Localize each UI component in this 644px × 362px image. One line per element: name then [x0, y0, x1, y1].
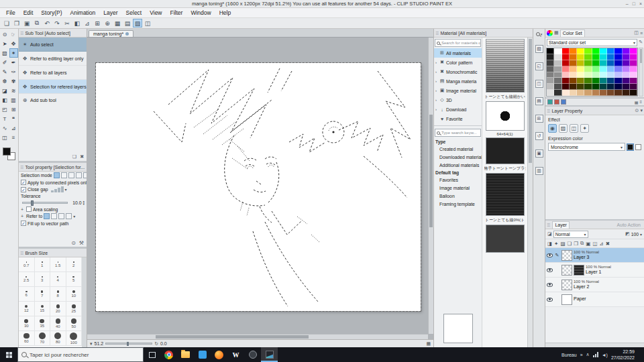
- tolerance-value[interactable]: 10.0: [70, 200, 81, 205]
- color-swatch[interactable]: [554, 54, 561, 60]
- brush-size-cell[interactable]: 100: [66, 331, 83, 346]
- color-swatch[interactable]: [600, 90, 607, 96]
- new-layer-icon[interactable]: ❏: [567, 241, 572, 247]
- layer-row-layer3[interactable]: ✎ 100 % Normal Layer 3: [545, 248, 644, 263]
- panel-search-icon[interactable]: ▾: [536, 30, 543, 38]
- merge-icon[interactable]: ▣: [586, 241, 590, 247]
- slider-thumb[interactable]: [31, 200, 34, 206]
- color-swatch[interactable]: [584, 48, 592, 54]
- snap-grid-icon[interactable]: ⊞: [93, 19, 102, 27]
- hidden-icons-chevron-icon[interactable]: ∧: [586, 352, 590, 357]
- grid-icon[interactable]: ▦: [113, 19, 122, 27]
- airbrush-tool[interactable]: ❆: [1, 76, 9, 86]
- brush-size-cell[interactable]: 15: [35, 302, 51, 316]
- color-swatch[interactable]: [577, 66, 584, 72]
- chevron-down-icon[interactable]: ▾: [73, 214, 75, 219]
- move-tool[interactable]: ☞: [9, 29, 18, 39]
- layer-name[interactable]: Layer 1: [586, 269, 611, 275]
- color-swatch[interactable]: [614, 90, 622, 96]
- chevron-down-icon[interactable]: ▾: [640, 232, 642, 237]
- brush-size-cell[interactable]: 40: [50, 316, 66, 331]
- brush-size-cell[interactable]: 35: [35, 316, 51, 331]
- brush-size-cell[interactable]: 60: [19, 331, 35, 346]
- color-swatch[interactable]: [623, 72, 630, 78]
- chevron-down-icon[interactable]: ▾: [65, 187, 67, 192]
- scrollbar-thumb[interactable]: [156, 335, 309, 339]
- color-swatch[interactable]: [607, 78, 614, 84]
- blend-tool[interactable]: ≋: [9, 86, 18, 95]
- color-swatch[interactable]: [614, 78, 622, 84]
- color-swatch[interactable]: [570, 60, 577, 66]
- document-tab[interactable]: manga toning*: [89, 30, 133, 37]
- edit-color-set-icon[interactable]: ✎: [639, 40, 643, 45]
- brush-size-cell[interactable]: 4: [50, 272, 66, 287]
- brush-size-cell[interactable]: 20: [50, 302, 66, 316]
- layer-name[interactable]: Paper: [574, 296, 586, 302]
- history-icon[interactable]: ↺: [535, 132, 543, 140]
- history-color-swatch[interactable]: [554, 99, 559, 105]
- color-swatch[interactable]: [630, 72, 637, 78]
- color-swatch[interactable]: [623, 60, 630, 66]
- pen-tool[interactable]: ✒: [9, 58, 18, 67]
- sub-view-icon[interactable]: ◫: [535, 80, 543, 88]
- color-swatch[interactable]: [562, 60, 570, 66]
- color-wheel-icon[interactable]: [547, 30, 553, 36]
- visibility-eye-icon[interactable]: [547, 298, 553, 302]
- pencil-tool[interactable]: ✎: [1, 67, 9, 76]
- layer-name[interactable]: Layer 3: [574, 255, 599, 260]
- tolerance-spinner[interactable]: ▴ ▾: [83, 200, 85, 205]
- color-swatch[interactable]: [630, 84, 637, 90]
- visibility-eye-icon[interactable]: [547, 283, 553, 287]
- material-tag-item[interactable]: Balloon: [434, 192, 482, 200]
- target-icon[interactable]: ⊙: [635, 108, 639, 113]
- remove-selection-mode-button[interactable]: [68, 172, 74, 178]
- layer-thumbnail[interactable]: [561, 265, 572, 276]
- wikipedia-taskbar-icon[interactable]: W: [227, 347, 244, 362]
- close-gap-level[interactable]: [51, 186, 64, 192]
- lock-alpha-icon[interactable]: ▨: [560, 241, 565, 247]
- expand-icon[interactable]: +: [21, 214, 25, 219]
- brush-size-cell[interactable]: 30: [19, 316, 35, 331]
- color-swatch[interactable]: [562, 78, 570, 84]
- color-swatch[interactable]: [554, 90, 561, 96]
- layer-tab[interactable]: Layer: [552, 221, 570, 229]
- color-swatch[interactable]: [630, 78, 637, 84]
- menu-item[interactable]: Filter: [166, 9, 187, 16]
- visibility-eye-icon[interactable]: [547, 268, 553, 272]
- expand-icon[interactable]: +: [21, 207, 25, 212]
- toolbar-chevron-icon[interactable]: »: [580, 353, 583, 357]
- color-swatch[interactable]: [600, 66, 607, 72]
- color-set-dropdown[interactable]: Standard color set ▾: [547, 39, 637, 46]
- material-thumbnail[interactable]: [486, 39, 525, 93]
- grid-icon[interactable]: ▦: [635, 100, 639, 105]
- expand-arrow-icon[interactable]: ›: [435, 88, 438, 93]
- scrollbar-thumb[interactable]: [429, 115, 433, 227]
- color-swatch[interactable]: [584, 66, 592, 72]
- layer-name[interactable]: Layer 2: [574, 284, 599, 290]
- material-thumbnail[interactable]: [486, 137, 525, 164]
- apply-connected-checkbox[interactable]: ✓: [21, 180, 26, 185]
- sub-tool-item-selection-referred[interactable]: ❖ Selection for refered layers: [19, 80, 87, 94]
- color-swatch[interactable]: [584, 54, 592, 60]
- operation-tool[interactable]: ➤: [1, 39, 9, 48]
- timeline-tool[interactable]: ≡: [9, 133, 18, 142]
- history-color-swatch[interactable]: [561, 99, 566, 105]
- color-swatch[interactable]: [577, 72, 584, 78]
- refer-all-layers-button[interactable]: [51, 213, 57, 219]
- snap-special-icon[interactable]: ⊕: [103, 19, 112, 27]
- menu-item[interactable]: Story(P): [37, 9, 66, 16]
- brush-size-cell[interactable]: 10: [66, 287, 83, 302]
- color-swatch[interactable]: [554, 66, 561, 72]
- search-layer-icon[interactable]: ▣: [535, 149, 543, 158]
- cut-icon[interactable]: ✂: [62, 19, 72, 27]
- sub-tool-group-auto-select[interactable]: ✶ Auto select: [19, 38, 87, 52]
- figure-tool[interactable]: ◰: [1, 105, 9, 114]
- save-icon[interactable]: ▣: [22, 19, 32, 27]
- minimize-button[interactable]: –: [626, 1, 629, 6]
- brush-size-cell[interactable]: 5: [66, 272, 83, 287]
- brush-size-cell[interactable]: 70: [35, 331, 51, 346]
- color-swatch[interactable]: [623, 90, 630, 96]
- dark-app-taskbar-icon[interactable]: [244, 347, 261, 362]
- zoom-slider[interactable]: [105, 343, 152, 345]
- blend-mode-dropdown[interactable]: Normal ▾: [553, 231, 588, 238]
